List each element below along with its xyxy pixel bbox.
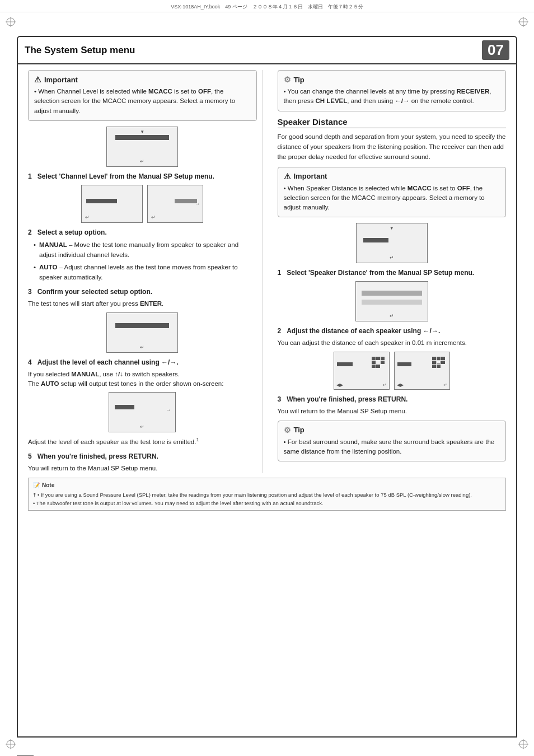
tip-box-right-2: ⚙ Tip • For best surround sound, make su… (278, 421, 507, 462)
screen-left-bar-3b (397, 362, 411, 366)
screen-return-3b: ↵ (443, 382, 447, 388)
mini-grid-3a (372, 357, 385, 368)
step1-right-num: 1 (278, 269, 282, 277)
page-wrapper: VSX-1018AH_IY.book 49 ページ ２００８年４月１６日 水曜日… (0, 0, 534, 756)
screen-mockup-1: ▼ ↵ (106, 127, 178, 167)
important-label-right: Important (294, 172, 327, 180)
screen-mockup-right-3b: ◀▶ ↵ (394, 352, 450, 390)
screen-mockup-right-2: ↵ (355, 281, 428, 321)
screen-mockup-right-3a: ◀▶ ↵ (334, 352, 390, 390)
mini-grid-3b (432, 357, 445, 368)
screen-down-right-1: ↵ (390, 255, 394, 260)
step4-left: 4 Adjust the level of each channel using… (28, 357, 257, 367)
note-header: 📝 Note (33, 481, 501, 489)
step4-num: 4 (28, 358, 32, 366)
step1-num: 1 (28, 172, 32, 180)
tip-icon-right-2: ⚙ (284, 426, 291, 435)
step3-left: 3 Confirm your selected setup option. (28, 287, 257, 297)
screen-bar-4 (115, 405, 134, 409)
corner-br (518, 739, 528, 749)
screen-av-left-3b: ◀▶ (397, 382, 404, 388)
step1-right: 1 Select 'Speaker Distance' from the Man… (278, 268, 507, 278)
content-area: ⚠ Important • When Channel Level is sele… (17, 64, 517, 736)
screen-down-arrow-4: ↵ (140, 424, 144, 430)
tip-icon-right: ⚙ (284, 75, 291, 84)
important-label-left: Important (44, 76, 78, 84)
step3-sub: The test tones will start after you pres… (28, 299, 257, 309)
screen-mockup-3: ↵ (106, 312, 178, 353)
tip-box-right: ⚙ Tip • You can change the channel level… (278, 70, 507, 111)
screen-dot-right-1: ▼ (390, 226, 394, 231)
tip-text-right: • You can change the channel levels at a… (284, 87, 500, 106)
screen-down-arrow-1: ↵ (140, 158, 144, 164)
top-meta: VSX-1018AH_IY.book 49 ページ ２００８年４月１６日 水曜日… (0, 0, 534, 12)
screen-return-arrow-2b: ↵ (151, 214, 156, 220)
tip-text-right-2: • For best surround sound, make sure the… (284, 437, 500, 457)
screen-mockup-right-3-container: ◀▶ ↵ ◀▶ ↵ (278, 352, 507, 390)
note-box: 📝 Note † • If you are using a Sound Pres… (28, 478, 506, 511)
step5-num: 5 (28, 452, 32, 460)
important-header-right: ⚠ Important (284, 172, 500, 181)
important-text-left: • When Channel Level is selected while M… (34, 87, 251, 116)
warning-icon-right: ⚠ (284, 172, 291, 181)
step3-right-sub: You will return to the Manual SP Setup m… (278, 407, 507, 416)
step2-num: 2 (28, 228, 32, 236)
header-bar: The System Setup menu 07 (17, 36, 517, 64)
screen-bar-2b (175, 199, 197, 203)
step1-left: 1 Select 'Channel Level' from the Manual… (28, 171, 257, 181)
left-column: ⚠ Important • When Channel Level is sele… (28, 70, 263, 473)
screen-return-arrow-2a: ↵ (85, 214, 90, 220)
tip-label-right-2: Tip (294, 426, 305, 434)
screen-return-3a: ↵ (383, 382, 387, 388)
step3-right: 3 When you're finished, press RETURN. (278, 394, 507, 404)
step2-left: 2 Select a setup option. (28, 227, 257, 237)
corner-bl (6, 739, 16, 749)
screen-bar-right-2a (362, 291, 422, 296)
screen-bar-1 (115, 135, 169, 140)
screen-av-left-3a: ◀▶ (336, 382, 343, 388)
note-icon: 📝 (33, 481, 40, 489)
screen-bar-right-2b (362, 300, 422, 305)
screen-right-arrow-2b: → (195, 201, 200, 207)
important-box-right: ⚠ Important • When Speaker Distance is s… (278, 167, 507, 218)
section-heading: Speaker Distance (278, 117, 507, 128)
footer-bar (17, 736, 517, 752)
page-title: The System Setup menu (25, 45, 135, 56)
step3-right-num: 3 (278, 395, 282, 403)
screen-down-right-2: ↵ (390, 313, 394, 319)
step3-num: 3 (28, 288, 32, 296)
bullet-manual: MANUAL – Move the test tone manually fro… (35, 240, 257, 260)
step5-sub: You will return to the Manual SP Setup m… (28, 464, 257, 473)
chapter-number: 07 (482, 40, 509, 60)
screen-left-bar-3a (337, 362, 353, 366)
bullet-auto: AUTO – Adjust channel levels as the test… (35, 262, 257, 283)
important-header-left: ⚠ Important (34, 75, 251, 84)
file-info: VSX-1018AH_IY.book 49 ページ ２００８年４月１６日 水曜日… (171, 4, 363, 10)
step4-extra: Adjust the level of each speaker as the … (28, 436, 257, 447)
corner-tr (518, 17, 528, 27)
warning-icon-left: ⚠ (34, 75, 41, 84)
tip-label-right: Tip (294, 76, 305, 84)
screen-bar-right-1 (363, 238, 388, 242)
tip-header-right: ⚙ Tip (284, 75, 500, 84)
screen-right-arrow-4: → (166, 407, 171, 413)
screen-dot-1: ▼ (140, 129, 144, 134)
screen-mockup-4: → ↵ (109, 392, 176, 432)
corner-tl (6, 17, 16, 27)
screen-mockup-2b: → ↵ (147, 185, 203, 223)
section-desc: For good sound depth and separation from… (278, 132, 507, 162)
step4-sub1: If you selected MANUAL, use ↑/↓ to switc… (28, 370, 257, 379)
screen-down-arrow-3: ↵ (140, 344, 144, 350)
step5-left: 5 When you're finished, press RETURN. (28, 451, 257, 461)
step2-right-sub: You can adjust the distance of each spea… (278, 338, 507, 348)
note-text-1: † • If you are using a Sound Pressure Le… (33, 491, 501, 499)
step2-bullets: MANUAL – Move the test tone manually fro… (35, 240, 257, 283)
two-column-layout: ⚠ Important • When Channel Level is sele… (28, 70, 506, 473)
important-box-left: ⚠ Important • When Channel Level is sele… (28, 70, 257, 121)
right-column: ⚙ Tip • You can change the channel level… (274, 70, 507, 473)
screen-bar-2a (86, 199, 117, 203)
important-text-right: • When Speaker Distance is selected whil… (284, 184, 500, 213)
step2-right-num: 2 (278, 327, 282, 335)
screen-bar-3 (115, 323, 169, 328)
screen-mockup-2a: ↵ (81, 185, 143, 223)
